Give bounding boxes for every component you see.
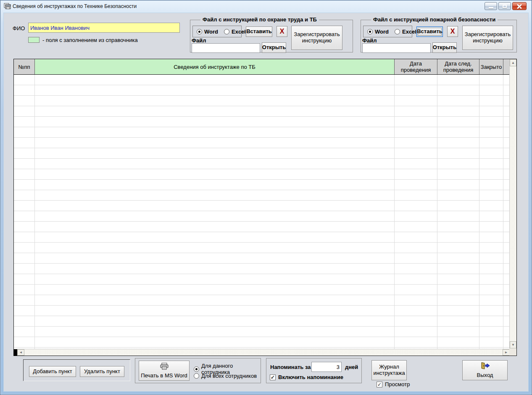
scroll-left-button[interactable]: ◄ [17, 349, 24, 356]
horizontal-scrollbar[interactable]: ◄ ► [14, 349, 510, 356]
red-x-icon: X [450, 28, 455, 35]
grid-line [437, 75, 437, 349]
connector-line [242, 31, 246, 32]
table-header: №пп Сведения об инструктаже по ТБ Дата п… [14, 59, 510, 75]
table-row[interactable] [14, 201, 510, 211]
table-row[interactable] [14, 253, 510, 264]
print-word-button[interactable]: Печать в MS Word [139, 361, 190, 381]
fire-open-button[interactable]: Открыть [432, 42, 457, 53]
delete-item-button[interactable]: Удалить пункт [80, 366, 124, 377]
table-row[interactable] [14, 285, 510, 295]
grid-line [394, 75, 395, 349]
fio-input[interactable] [28, 23, 180, 33]
arrow-right-icon: ► [505, 351, 508, 354]
labor-instruction-group: Файл с инструкцией по охране труда и ТБ … [190, 20, 353, 52]
fire-group-title: Файл с инструкцией пожарной безопасности [371, 16, 498, 23]
briefings-table: №пп Сведения об инструктаже по ТБ Дата п… [13, 59, 517, 356]
table-row[interactable] [14, 159, 510, 169]
checkbox-icon: ✓ [270, 374, 276, 380]
enable-reminder-label: Включить напоминание [278, 374, 343, 380]
table-row[interactable] [14, 222, 510, 232]
maximize-button[interactable] [498, 2, 511, 10]
table-row[interactable] [14, 243, 510, 253]
fire-word-radio-label: Word [375, 29, 389, 35]
table-row[interactable] [14, 232, 510, 243]
vertical-scrollbar[interactable]: ▲ ▼ [509, 59, 516, 356]
fire-register-button[interactable]: Зарегистрировать инструкцию [462, 26, 513, 50]
fire-insert-button[interactable]: Вставить [416, 26, 443, 37]
table-row[interactable] [14, 96, 510, 106]
table-row[interactable] [14, 169, 510, 180]
table-row[interactable] [14, 75, 510, 85]
table-row[interactable] [14, 106, 510, 117]
radio-dot-icon [367, 29, 373, 34]
reminder-group: Напоминать за дней ✓ Включить напоминани… [266, 358, 362, 383]
table-row[interactable] [14, 127, 510, 138]
table-row[interactable] [14, 306, 510, 316]
journal-button[interactable]: Журнал инструктажа [371, 360, 407, 380]
window: Сведения об инструктажах по Технике Безо… [0, 0, 532, 395]
days-label: дней [345, 364, 358, 370]
header-briefing-info: Сведения об инструктаже по ТБ [35, 59, 395, 74]
table-row[interactable] [14, 327, 510, 337]
table-main: №пп Сведения об инструктаже по ТБ Дата п… [14, 59, 510, 356]
labor-format-frame: Word Excel [192, 26, 242, 37]
arrow-left-icon: ◄ [19, 351, 23, 354]
fire-word-radio[interactable]: Word [367, 29, 389, 35]
table-row[interactable] [14, 211, 510, 222]
labor-word-radio-label: Word [204, 29, 218, 35]
remind-days-input[interactable] [311, 362, 342, 372]
labor-insert-button[interactable]: Вставить [246, 26, 272, 37]
fio-label: ФИО [13, 25, 25, 31]
arrow-up-icon: ▲ [511, 61, 515, 65]
legend-swatch [28, 37, 40, 43]
labor-file-input[interactable] [192, 43, 260, 53]
scroll-right-button[interactable]: ► [503, 349, 510, 356]
preview-checkbox[interactable]: ✓ Просмотр [377, 381, 410, 387]
checkbox-icon: ✓ [377, 382, 382, 387]
grid-line [479, 75, 479, 349]
all-employees-label: Для всех сотрудников [201, 373, 257, 379]
close-button[interactable] [512, 2, 527, 10]
fire-instruction-group: Файл с инструкцией пожарной безопасности… [361, 20, 517, 52]
arrow-down-icon: ▼ [511, 343, 515, 347]
labor-group-title: Файл с инструкцией по охране труда и ТБ [200, 16, 319, 23]
caption-buttons [485, 2, 527, 10]
labor-clear-file-button[interactable]: X [277, 26, 287, 37]
table-row[interactable] [14, 148, 510, 159]
fire-file-label: Файл [362, 37, 377, 44]
table-row[interactable] [14, 85, 510, 96]
radio-dot-icon [194, 373, 199, 379]
enable-reminder-checkbox[interactable]: ✓ Включить напоминание [270, 374, 343, 380]
header-filler [503, 59, 510, 74]
exit-label: Выход [477, 372, 493, 379]
all-employees-radio[interactable]: Для всех сотрудников [194, 373, 257, 379]
labor-word-radio[interactable]: Word [197, 29, 218, 35]
print-word-label: Печать в MS Word [141, 373, 187, 379]
exit-button[interactable]: Выход [462, 360, 508, 380]
table-body [14, 75, 510, 349]
table-row[interactable] [14, 337, 510, 348]
table-row[interactable] [14, 316, 510, 327]
fire-file-input[interactable] [362, 43, 431, 53]
scroll-down-button[interactable]: ▼ [510, 341, 516, 348]
grid-line [34, 75, 35, 349]
table-row[interactable] [14, 190, 510, 201]
table-row[interactable] [14, 138, 510, 148]
labor-register-button[interactable]: Зарегистрировать инструкцию [291, 26, 342, 50]
connector-line [413, 31, 416, 32]
print-group: Печать в MS Word Для данного сотрудника … [135, 358, 261, 383]
red-x-icon: X [280, 28, 284, 35]
table-row[interactable] [14, 264, 510, 274]
add-item-button[interactable]: Добавить пункт [29, 366, 76, 377]
table-row[interactable] [14, 117, 510, 127]
table-row[interactable] [14, 295, 510, 306]
close-icon [517, 4, 522, 9]
minimize-button[interactable] [485, 2, 497, 10]
header-next-date: Дата след. проведения [437, 59, 479, 74]
table-row[interactable] [14, 180, 510, 190]
table-row[interactable] [14, 274, 510, 285]
scroll-up-button[interactable]: ▲ [510, 59, 516, 66]
labor-open-button[interactable]: Открыть [262, 42, 286, 53]
fire-clear-file-button[interactable]: X [447, 26, 458, 37]
